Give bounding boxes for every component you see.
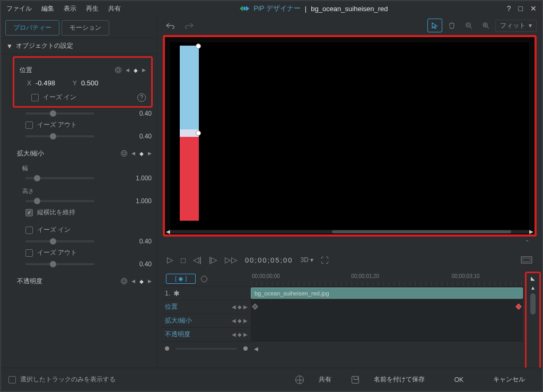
keyframe-diamond[interactable] <box>252 303 258 309</box>
save-as-button[interactable]: 名前を付けて保存 <box>364 373 434 386</box>
bottom-bar: 選択したトラックのみを表示する 共有 名前を付けて保存 OK キャンセル <box>1 368 542 391</box>
pip-object[interactable] <box>180 46 199 221</box>
timeline-zoom-dot[interactable] <box>165 346 169 351</box>
show-selected-only-checkbox[interactable] <box>8 376 16 384</box>
help-ease-icon[interactable]: ? <box>137 93 146 102</box>
add-keyframe-icon[interactable]: ◆ <box>134 67 138 73</box>
height-slider[interactable] <box>25 200 94 202</box>
opacity-keyframe-controls[interactable]: ◀ ◆ ▶ <box>121 278 152 284</box>
stopwatch-icon[interactable] <box>121 278 127 284</box>
menu-view[interactable]: 表示 <box>64 4 76 13</box>
menu-play[interactable]: 再生 <box>86 4 99 13</box>
select-tool-icon[interactable] <box>427 19 442 32</box>
kf-nav[interactable]: ◀ ◆ ▶ <box>232 304 248 310</box>
3d-toggle[interactable]: 3D ▾ <box>301 256 314 264</box>
menu-share[interactable]: 共有 <box>108 4 121 13</box>
x-input[interactable] <box>36 79 67 88</box>
value: 0.40 <box>128 238 152 245</box>
fullscreen-icon[interactable]: ⛶ <box>321 256 329 265</box>
tl-position-label[interactable]: 位置 <box>165 302 178 311</box>
maximize-icon[interactable]: □ <box>519 4 523 13</box>
scroll-right-icon[interactable]: ▶ <box>529 229 533 234</box>
height-label: 高さ <box>1 184 157 195</box>
globe-icon[interactable] <box>295 376 304 384</box>
width-slider[interactable] <box>25 177 94 179</box>
fast-forward-icon[interactable]: ▷▷ <box>225 255 238 265</box>
lock-ratio-checkbox[interactable] <box>25 209 33 216</box>
ease-out-value: 0.40 <box>128 133 152 140</box>
prev-keyframe-icon[interactable]: ◀ <box>132 151 135 156</box>
scale-keyframe-controls[interactable]: ◀ ◆ ▶ <box>121 150 152 156</box>
safe-zone-icon[interactable] <box>521 256 532 264</box>
marker-top-icon[interactable]: ◣ <box>527 273 539 283</box>
menu-edit[interactable]: 編集 <box>41 4 54 13</box>
collapse-panel-icon[interactable]: ⌄ <box>520 237 535 248</box>
preview-canvas[interactable] <box>170 42 529 229</box>
track-snowflake-icon[interactable]: ✱ <box>173 289 180 298</box>
section-object-settings[interactable]: ▼ オブジェクトの設定 <box>1 38 157 54</box>
prev-keyframe-icon[interactable]: ◀ <box>126 67 129 73</box>
tl-scale-label[interactable]: 拡大/縮小 <box>165 316 192 325</box>
stopwatch-icon[interactable] <box>201 276 207 282</box>
preview-viewport-highlight: ◀ ▶ <box>163 35 537 237</box>
ease-in-checkbox[interactable] <box>31 94 39 101</box>
hand-tool-icon[interactable] <box>444 19 459 32</box>
close-icon[interactable]: ✕ <box>530 4 537 13</box>
ease-out-checkbox[interactable] <box>25 121 33 129</box>
ease-in-slider[interactable] <box>25 112 94 115</box>
slider[interactable] <box>25 263 94 265</box>
3d-label: 3D <box>301 256 309 264</box>
tl-opacity-label[interactable]: 不透明度 <box>165 330 190 339</box>
stopwatch-icon[interactable] <box>121 150 127 156</box>
ease-in-checkbox-2[interactable] <box>25 227 33 234</box>
width-value: 1.000 <box>128 175 152 182</box>
kf-nav[interactable]: ◀ ◆ ▶ <box>232 332 248 337</box>
preview-hscrollbar[interactable] <box>170 230 529 233</box>
next-keyframe-icon[interactable]: ▶ <box>148 278 152 284</box>
slider[interactable] <box>25 240 94 242</box>
position-keyframe-controls[interactable]: ◀ ◆ ▶ <box>115 67 146 73</box>
ok-button[interactable]: OK <box>445 374 473 386</box>
next-keyframe-icon[interactable]: ▶ <box>148 151 152 156</box>
timecode-display[interactable]: 00;00;05;00 <box>245 256 293 264</box>
scroll-left-icon[interactable]: ◀ <box>166 229 170 234</box>
redo-icon[interactable] <box>182 19 197 32</box>
save-icon[interactable] <box>352 376 359 384</box>
add-keyframe-icon[interactable]: ◆ <box>139 151 144 156</box>
app-logo-icon <box>240 5 249 12</box>
scroll-up-icon[interactable]: ▲ <box>527 283 539 292</box>
tab-property[interactable]: プロパティー <box>5 20 59 36</box>
keyframe-diamond-end[interactable] <box>515 303 521 309</box>
stopwatch-icon[interactable] <box>115 67 121 73</box>
timeline-zoom-dot2[interactable] <box>243 346 248 351</box>
undo-icon[interactable] <box>163 19 178 32</box>
tl-scroll-left-icon[interactable]: ◀ <box>254 346 258 352</box>
timeline-zoom-slider[interactable] <box>176 348 237 350</box>
prev-keyframe-icon[interactable]: ◀ <box>132 278 135 284</box>
share-button[interactable]: 共有 <box>309 373 341 386</box>
ease-out-slider[interactable] <box>25 135 94 137</box>
add-keyframe-icon[interactable]: ◆ <box>139 278 144 284</box>
help-icon[interactable]: ? <box>507 4 511 13</box>
ease-out-label-2: イーズ アウト <box>37 248 77 257</box>
ruler-mark-0: 00;00;00;00 <box>252 273 280 279</box>
zoom-fit-select[interactable]: フィット▾ <box>495 20 537 32</box>
zoom-out-icon[interactable] <box>461 19 476 32</box>
next-frame-icon[interactable]: |▷ <box>209 255 217 265</box>
timeline-eye-tab[interactable]: [ ◉ ] <box>166 274 196 284</box>
play-icon[interactable]: ▷ <box>167 255 173 265</box>
timeline-clip[interactable]: bg_ocean_suiheisen_red.jpg <box>251 288 523 299</box>
zoom-in-icon[interactable] <box>478 19 493 32</box>
prev-frame-icon[interactable]: ◁| <box>193 255 202 265</box>
svg-line-7 <box>487 27 489 29</box>
kf-nav[interactable]: ◀ ◆ ▶ <box>232 318 248 324</box>
timeline-ruler[interactable]: 00;00;00;00 00;00;01;20 00;00;03;10 <box>251 272 538 286</box>
timeline-vscroll-thumb[interactable] <box>530 293 536 315</box>
menu-file[interactable]: ファイル <box>6 4 32 13</box>
y-input[interactable] <box>81 79 113 88</box>
stop-icon[interactable]: □ <box>181 256 186 265</box>
cancel-button[interactable]: キャンセル <box>484 373 535 386</box>
tab-motion[interactable]: モーション <box>62 20 109 36</box>
ease-out-checkbox-2[interactable] <box>25 249 33 257</box>
next-keyframe-icon[interactable]: ▶ <box>142 67 146 73</box>
